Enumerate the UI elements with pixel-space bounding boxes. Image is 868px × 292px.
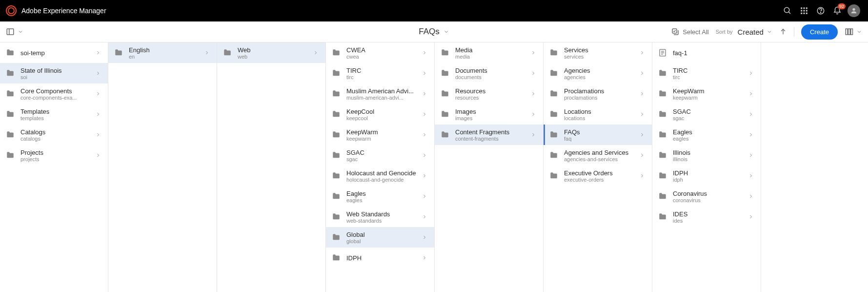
folder-row[interactable]: CWEAcwea xyxy=(326,42,434,63)
row-title: Eagles xyxy=(346,190,419,197)
folder-icon xyxy=(0,110,20,119)
row-subtitle: keepcool xyxy=(346,115,419,121)
product-logo-icon[interactable] xyxy=(6,5,17,16)
row-text: Mediamedia xyxy=(455,46,527,60)
folder-row[interactable]: Mediamedia xyxy=(435,42,543,63)
row-title: Proclamations xyxy=(564,87,636,95)
folder-icon xyxy=(544,89,564,98)
folder-row[interactable]: Webweb xyxy=(217,42,325,63)
search-icon[interactable] xyxy=(779,2,796,19)
row-text: TIRCtirc xyxy=(346,67,419,80)
chevron-down-icon xyxy=(444,29,449,35)
breadcrumb-title[interactable]: FAQs xyxy=(419,27,449,37)
folder-row[interactable]: Proclamationsproclamations xyxy=(544,83,652,104)
folder-icon xyxy=(326,110,346,119)
chevron-right-icon xyxy=(527,132,539,138)
folder-row[interactable]: Content Fragmentscontent-fragments xyxy=(435,125,543,145)
select-all-label: Select All xyxy=(683,28,708,36)
row-text: Web Standardsweb-standards xyxy=(346,210,419,224)
folder-row[interactable]: Holocaust and Genocideholocaust-and-geno… xyxy=(326,166,434,186)
help-icon[interactable] xyxy=(812,2,829,19)
sort-button[interactable]: Sort by Created xyxy=(716,28,772,36)
select-all-button[interactable]: Select All xyxy=(671,27,708,36)
folder-row[interactable]: Illinoisillinois xyxy=(652,145,761,166)
folder-row[interactable]: Coronaviruscoronavirus xyxy=(652,186,761,207)
folder-row[interactable]: IDPHidph xyxy=(652,166,761,186)
folder-row[interactable]: faq-1 xyxy=(652,42,761,63)
folder-row[interactable]: IDPH xyxy=(326,248,434,268)
chevron-right-icon xyxy=(92,70,104,76)
folder-icon xyxy=(652,212,673,221)
chevron-right-icon xyxy=(419,152,430,158)
svg-rect-2 xyxy=(801,7,802,9)
user-avatar[interactable] xyxy=(846,2,862,19)
row-text: Agencies and Servicesagencies-and-servic… xyxy=(564,149,636,162)
folder-icon xyxy=(0,48,20,57)
row-title: Web xyxy=(238,46,310,54)
folder-row[interactable]: Muslim American Advi...muslim-american-a… xyxy=(326,83,434,104)
folder-row[interactable]: Eagleseagles xyxy=(652,125,761,145)
folder-icon xyxy=(326,69,346,78)
folder-row[interactable]: Projectsprojects xyxy=(0,145,108,166)
folder-row[interactable]: FAQsfaq xyxy=(544,125,652,145)
row-subtitle: locations xyxy=(564,115,636,121)
row-title: TIRC xyxy=(673,67,745,74)
folder-row[interactable]: KeepWarmkeepwarm xyxy=(326,125,434,145)
folder-icon xyxy=(544,110,564,119)
folder-row[interactable]: Imagesimages xyxy=(435,104,543,125)
row-title: Content Fragments xyxy=(455,128,527,136)
row-text: Eagleseagles xyxy=(673,128,745,142)
folder-row[interactable]: Templatestemplates xyxy=(0,104,108,125)
row-subtitle: templates xyxy=(20,115,92,121)
folder-row[interactable]: TIRCtirc xyxy=(326,63,434,83)
folder-row[interactable]: Catalogscatalogs xyxy=(0,125,108,145)
rail-toggle[interactable] xyxy=(6,27,23,36)
row-subtitle: muslim-american-advi... xyxy=(346,95,419,101)
folder-row[interactable]: Core Componentscore-components-exa... xyxy=(0,83,108,104)
folder-icon xyxy=(326,253,346,262)
folder-row[interactable]: TIRCtirc xyxy=(652,63,761,83)
folder-row[interactable]: Servicesservices xyxy=(544,42,652,63)
folder-row[interactable]: Globalglobal xyxy=(326,227,434,248)
row-text: Proclamationsproclamations xyxy=(564,87,636,101)
folder-row[interactable]: Locationslocations xyxy=(544,104,652,125)
column-2: Webweb xyxy=(217,42,326,292)
folder-row[interactable]: SGACsgac xyxy=(652,104,761,125)
folder-row[interactable]: State of Illinoissoi xyxy=(0,63,108,83)
notifications-icon[interactable] xyxy=(829,2,846,19)
folder-row[interactable]: Englishen xyxy=(108,42,217,63)
row-text: KeepWarmkeepwarm xyxy=(346,128,419,142)
row-text: State of Illinoissoi xyxy=(20,67,92,80)
create-button[interactable]: Create xyxy=(801,24,838,40)
folder-row[interactable]: Agenciesagencies xyxy=(544,63,652,83)
svg-line-1 xyxy=(788,12,790,14)
folder-row[interactable]: Eagleseagles xyxy=(326,186,434,207)
row-title: soi-temp xyxy=(20,49,92,57)
folder-row[interactable]: KeepWarmkeepwarm xyxy=(652,83,761,104)
folder-row[interactable]: Agencies and Servicesagencies-and-servic… xyxy=(544,145,652,166)
row-title: Catalogs xyxy=(20,128,92,136)
folder-row[interactable]: Resourcesresources xyxy=(435,83,543,104)
svg-rect-14 xyxy=(7,29,14,35)
row-subtitle: en xyxy=(129,54,201,60)
folder-icon xyxy=(0,89,20,98)
svg-rect-19 xyxy=(848,29,850,35)
view-switcher-button[interactable] xyxy=(845,27,862,36)
folder-row[interactable]: SGACsgac xyxy=(326,145,434,166)
folder-row[interactable]: Web Standardsweb-standards xyxy=(326,207,434,227)
sort-direction-button[interactable] xyxy=(779,28,787,36)
folder-row[interactable]: Documentsdocuments xyxy=(435,63,543,83)
row-subtitle: tirc xyxy=(346,74,419,80)
folder-row[interactable]: KeepCoolkeepcool xyxy=(326,104,434,125)
folder-icon xyxy=(544,171,564,180)
folder-row[interactable]: Executive Ordersexecutive-orders xyxy=(544,166,652,186)
chevron-right-icon xyxy=(419,234,430,240)
action-toolbar: FAQs Select All Sort by Created Create xyxy=(0,21,868,42)
svg-rect-3 xyxy=(804,7,805,9)
row-text: FAQsfaq xyxy=(564,128,636,142)
row-subtitle: eagles xyxy=(346,197,419,203)
apps-grid-icon[interactable] xyxy=(796,2,812,19)
folder-row[interactable]: IDESides xyxy=(652,207,761,227)
folder-row[interactable]: soi-temp xyxy=(0,42,108,63)
chevron-down-icon xyxy=(767,29,772,35)
